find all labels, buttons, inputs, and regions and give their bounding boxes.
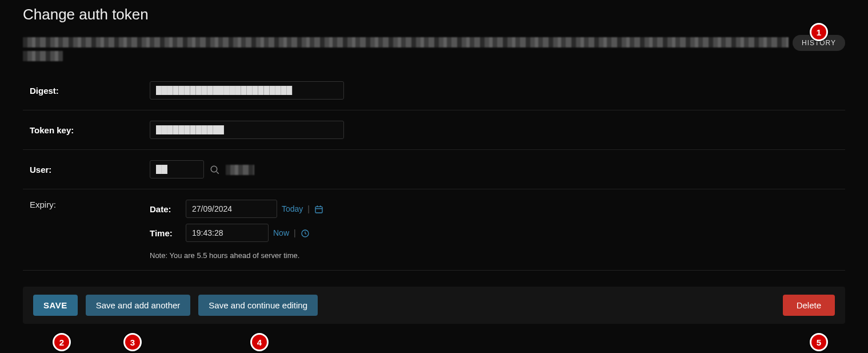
label-date: Date: [150,204,181,214]
marker-2: 2 [53,333,71,351]
delete-button[interactable]: Delete [783,295,835,316]
expiry-time-line: Time: Now | [150,224,323,242]
sep2: | [294,228,296,237]
page-title: Change auth token [23,6,845,23]
row-expiry: Expiry: Date: Today | [23,189,845,270]
sep1: | [307,204,310,213]
calendar-icon[interactable] [314,204,323,214]
marker-1: 1 [810,23,828,41]
label-digest: Digest: [30,86,150,96]
form-area: Digest: Token key: User: Expiry: [23,71,845,271]
row-user: User: [23,149,845,189]
label-expiry: Expiry: [30,200,150,209]
marker-5: 5 [810,333,828,351]
token-header-row: HISTORY [23,35,845,62]
today-link[interactable]: Today [282,204,303,213]
input-digest[interactable] [150,81,344,100]
svg-line-1 [217,172,219,174]
row-token-key: Token key: [23,110,845,149]
input-date[interactable] [186,200,277,218]
save-button[interactable]: SAVE [33,295,78,316]
lookup-icon[interactable] [210,164,220,174]
expiry-date-line: Date: Today | [150,200,323,218]
submit-row: SAVE Save and add another Save and conti… [23,287,845,324]
user-link[interactable] [226,164,254,174]
label-user: User: [30,165,150,174]
marker-3: 3 [123,333,142,351]
now-link[interactable]: Now [273,228,289,237]
svg-rect-2 [315,207,322,213]
label-time: Time: [150,228,181,238]
clock-icon[interactable] [301,228,310,238]
input-time[interactable] [186,224,269,242]
token-hash-display [23,35,845,62]
svg-point-0 [211,166,217,172]
input-user-id[interactable] [150,160,204,179]
label-token-key: Token key: [30,125,150,135]
input-token-key[interactable] [150,121,344,139]
marker-4: 4 [250,333,269,351]
timezone-note: Note: You are 5.5 hours ahead of server … [150,251,323,260]
row-digest: Digest: [23,71,845,110]
save-continue-button[interactable]: Save and continue editing [198,295,318,316]
save-add-another-button[interactable]: Save and add another [86,295,191,316]
